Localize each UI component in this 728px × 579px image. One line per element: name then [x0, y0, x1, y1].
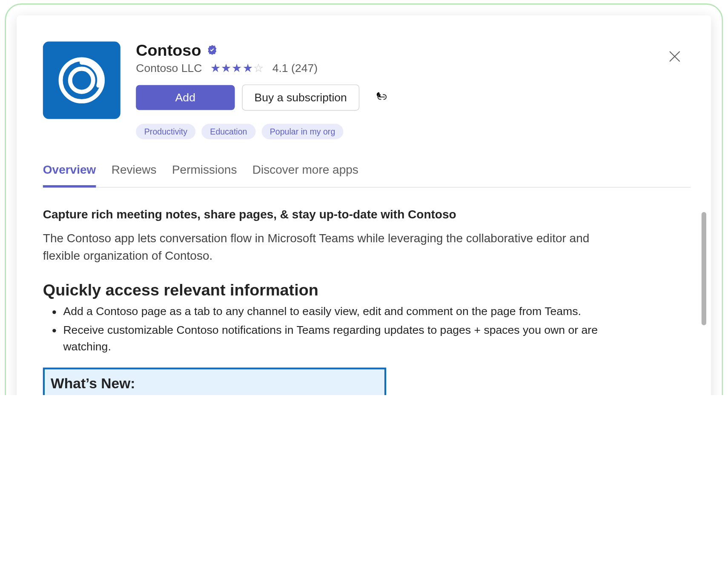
whats-new-list: Contoso works with Microsoft 365 Copilot…: [48, 393, 381, 395]
whats-new-heading: What’s New:: [51, 375, 381, 392]
tab-bar: Overview Reviews Permissions Discover mo…: [43, 163, 691, 187]
scrollbar-thumb[interactable]: [702, 212, 706, 325]
lead-heading: Capture rich meeting notes, share pages,…: [43, 208, 673, 221]
app-details-card: Contoso Contoso LLC ★★★★☆ 4.1 (247) Add …: [17, 15, 711, 395]
overview-content: Capture rich meeting notes, share pages,…: [43, 208, 691, 395]
tag-row: Productivity Education Popular in my org: [136, 124, 691, 139]
tab-reviews[interactable]: Reviews: [112, 163, 157, 187]
add-button[interactable]: Add: [136, 85, 235, 110]
tag-popular[interactable]: Popular in my org: [261, 124, 344, 139]
whats-new-item: Contoso works with Microsoft 365 Copilot: [69, 393, 381, 395]
close-icon: [669, 51, 680, 62]
feature-bullet: Receive customizable Contoso notificatio…: [63, 321, 639, 355]
feature-bullets: Add a Contoso page as a tab to any chann…: [43, 303, 639, 355]
publisher-name: Contoso LLC: [136, 62, 202, 75]
svg-point-1: [70, 69, 93, 92]
lead-paragraph: The Contoso app lets conversation flow i…: [43, 230, 615, 264]
close-button[interactable]: [667, 49, 682, 67]
rating-stars: ★★★★☆: [210, 61, 264, 75]
tag-productivity[interactable]: Productivity: [136, 124, 196, 139]
copy-link-button[interactable]: [371, 86, 393, 109]
tag-education[interactable]: Education: [202, 124, 255, 139]
app-icon: [43, 42, 120, 119]
tab-overview[interactable]: Overview: [43, 163, 96, 187]
whats-new-highlight: What’s New: Contoso works with Microsoft…: [43, 367, 386, 396]
verified-badge-icon: [207, 44, 218, 57]
tab-discover[interactable]: Discover more apps: [252, 163, 358, 187]
tab-permissions[interactable]: Permissions: [172, 163, 237, 187]
buy-subscription-button[interactable]: Buy a subscription: [242, 84, 359, 111]
section-heading: Quickly access relevant information: [43, 281, 673, 299]
app-header: Contoso Contoso LLC ★★★★☆ 4.1 (247) Add …: [43, 42, 691, 140]
feature-bullet: Add a Contoso page as a tab to any chann…: [63, 303, 639, 320]
app-logo-icon: [55, 54, 108, 106]
validation-frame: Contoso Contoso LLC ★★★★☆ 4.1 (247) Add …: [5, 3, 723, 395]
app-title: Contoso: [136, 42, 201, 60]
rating-text: 4.1 (247): [272, 62, 318, 75]
link-icon: [375, 89, 390, 104]
svg-point-0: [61, 59, 103, 101]
